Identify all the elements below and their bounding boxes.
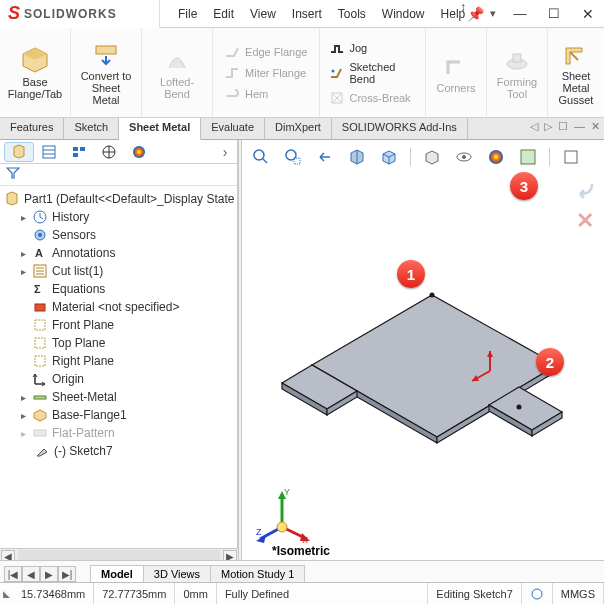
logo-s-icon: S xyxy=(8,3,20,24)
menu-view[interactable]: View xyxy=(250,7,276,21)
status-custom-icon[interactable] xyxy=(522,583,553,604)
tree-history[interactable]: ▸History xyxy=(0,208,237,226)
svg-point-58 xyxy=(277,522,287,532)
menu-edit[interactable]: Edit xyxy=(213,7,234,21)
bottom-tab-model[interactable]: Model xyxy=(90,565,144,582)
configuration-tab-icon[interactable] xyxy=(64,142,94,162)
tree-sheetmetal-label: Sheet-Metal xyxy=(52,390,117,404)
view-settings-icon[interactable] xyxy=(560,146,582,168)
tree-equations[interactable]: ΣEquations xyxy=(0,280,237,298)
maximize-button[interactable]: ☐ xyxy=(538,2,570,26)
main-area: › Part1 (Default<<Default>_Display State… xyxy=(0,140,604,560)
svg-rect-25 xyxy=(35,338,45,348)
convert-sheet-metal-button[interactable]: Convert to Sheet Metal xyxy=(77,40,135,106)
tree-history-label: History xyxy=(52,210,89,224)
confirm-corner-undo-icon[interactable] xyxy=(572,176,598,202)
tab-evaluate[interactable]: Evaluate xyxy=(201,118,265,139)
bottom-tab-motion[interactable]: Motion Study 1 xyxy=(210,565,305,582)
menu-file[interactable]: File xyxy=(178,7,197,21)
svg-rect-26 xyxy=(35,356,45,366)
lofted-bend-label: Lofted-Bend xyxy=(148,76,206,100)
status-chev-icon: ◣ xyxy=(0,589,13,599)
ribbon: Base Flange/Tab Convert to Sheet Metal L… xyxy=(0,28,604,118)
tree-sheetmetal[interactable]: ▸Sheet-Metal xyxy=(0,388,237,406)
miter-flange-label: Miter Flange xyxy=(245,67,306,79)
tree-flatpattern-label: Flat-Pattern xyxy=(52,426,115,440)
feature-tree-tab-icon[interactable] xyxy=(4,142,34,162)
pin-icon[interactable]: 📌 xyxy=(467,6,484,22)
convert-label: Convert to Sheet Metal xyxy=(77,70,135,106)
tab-dimxpert[interactable]: DimXpert xyxy=(265,118,332,139)
tree-flatpattern[interactable]: ▸Flat-Pattern xyxy=(0,424,237,442)
panel-expand-icon[interactable]: › xyxy=(217,144,233,160)
jog-label: Jog xyxy=(350,42,368,54)
graphics-viewport[interactable]: ✕ 3 xyxy=(242,140,604,560)
tree-sensors[interactable]: Sensors xyxy=(0,226,237,244)
cross-break-label: Cross-Break xyxy=(350,92,411,104)
display-tab-icon[interactable] xyxy=(124,142,154,162)
btab-prev-icon[interactable]: ◀ xyxy=(22,566,40,582)
section-view-icon[interactable] xyxy=(346,146,368,168)
svg-point-34 xyxy=(462,155,466,159)
svg-point-59 xyxy=(532,589,542,599)
tree-right-plane[interactable]: Right Plane xyxy=(0,352,237,370)
display-style-icon[interactable] xyxy=(421,146,443,168)
svg-text:Z: Z xyxy=(256,527,262,537)
tab-addins[interactable]: SOLIDWORKS Add-Ins xyxy=(332,118,468,139)
tree-part[interactable]: Part1 (Default<<Default>_Display State xyxy=(0,190,237,208)
menu-window[interactable]: Window xyxy=(382,7,425,21)
zoom-fit-icon[interactable] xyxy=(250,146,272,168)
tab-options-icon[interactable]: ☐ xyxy=(558,120,568,133)
minimize-button[interactable]: — xyxy=(504,2,536,26)
sketched-bend-button[interactable]: Sketched Bend xyxy=(326,60,420,86)
tree-origin-label: Origin xyxy=(52,372,84,386)
confirm-corner-cancel-icon[interactable]: ✕ xyxy=(572,208,598,234)
view-orientation-icon[interactable] xyxy=(378,146,400,168)
triad-icon[interactable]: Y X Z xyxy=(252,485,312,548)
bottom-tab-3dviews[interactable]: 3D Views xyxy=(143,565,211,582)
tab-sketch[interactable]: Sketch xyxy=(64,118,119,139)
corners-button: Corners xyxy=(432,52,480,94)
tab-close-icon[interactable]: ✕ xyxy=(591,120,600,133)
forming-tool-button: Forming Tool xyxy=(493,46,541,100)
pin-dropdown-icon[interactable]: ▾ xyxy=(490,7,496,20)
property-manager-tab-icon[interactable] xyxy=(34,142,64,162)
menu-insert[interactable]: Insert xyxy=(292,7,322,21)
tab-nav-next-icon[interactable]: ▷ xyxy=(544,120,552,133)
btab-first-icon[interactable]: |◀ xyxy=(4,566,22,582)
base-flange-button[interactable]: Base Flange/Tab xyxy=(6,46,64,100)
tree-top-plane[interactable]: Top Plane xyxy=(0,334,237,352)
btab-next-icon[interactable]: ▶ xyxy=(40,566,58,582)
btab-last-icon[interactable]: ▶| xyxy=(58,566,76,582)
tree-cutlist[interactable]: ▸Cut list(1) xyxy=(0,262,237,280)
tree-sketch7[interactable]: (-) Sketch7 xyxy=(0,442,237,460)
status-mode: Editing Sketch7 xyxy=(428,583,521,604)
filter-row[interactable] xyxy=(0,164,237,186)
tree-annotations[interactable]: ▸AAnnotations xyxy=(0,244,237,262)
zoom-area-icon[interactable] xyxy=(282,146,304,168)
title-bar: S SOLIDWORKS File Edit View Insert Tools… xyxy=(0,0,604,28)
hide-show-icon[interactable] xyxy=(453,146,475,168)
hem-label: Hem xyxy=(245,88,268,100)
tab-nav-prev-icon[interactable]: ◁ xyxy=(530,120,538,133)
tab-features[interactable]: Features xyxy=(0,118,64,139)
menu-tools[interactable]: Tools xyxy=(338,7,366,21)
status-units[interactable]: MMGS xyxy=(553,583,604,604)
sheet-metal-gusset-button[interactable]: Sheet Metal Gusset xyxy=(554,40,598,106)
view-toolbar xyxy=(250,146,582,168)
tree-material[interactable]: Material <not specified> xyxy=(0,298,237,316)
edit-appearance-icon[interactable] xyxy=(485,146,507,168)
callout-1: 1 xyxy=(397,260,425,288)
dimxpert-tab-icon[interactable] xyxy=(94,142,124,162)
forming-tool-label: Forming Tool xyxy=(493,76,541,100)
tab-min-icon[interactable]: — xyxy=(574,120,585,133)
close-button[interactable]: ✕ xyxy=(572,2,604,26)
model-geometry[interactable] xyxy=(272,255,572,485)
tree-origin[interactable]: Origin xyxy=(0,370,237,388)
tab-sheet-metal[interactable]: Sheet Metal xyxy=(119,118,201,140)
previous-view-icon[interactable] xyxy=(314,146,336,168)
tree-front-plane[interactable]: Front Plane xyxy=(0,316,237,334)
apply-scene-icon[interactable] xyxy=(517,146,539,168)
tree-baseflange[interactable]: ▸Base-Flange1 xyxy=(0,406,237,424)
jog-button[interactable]: Jog xyxy=(326,39,420,57)
